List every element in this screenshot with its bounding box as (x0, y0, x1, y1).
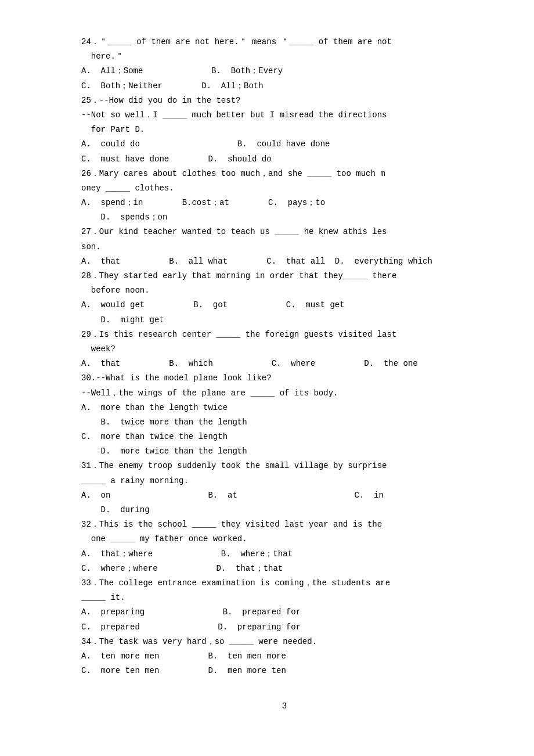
page-number: 3 (81, 701, 488, 711)
main-content: 24．＂_____ of them are not here.＂ means ＂… (81, 35, 488, 678)
